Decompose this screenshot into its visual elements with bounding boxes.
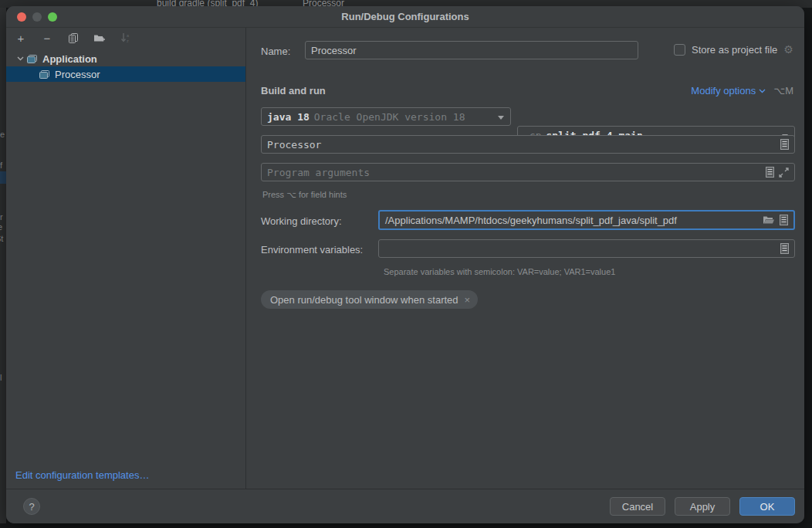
open-tool-window-tag[interactable]: Open run/debug tool window when started … [261,290,478,309]
background-text-fragment: St [0,234,3,243]
environment-variables-input[interactable] [378,239,795,258]
window-controls [17,12,57,22]
background-text-fragment: df [0,161,2,170]
new-folder-button[interactable] [93,31,107,45]
background-text-fragment: ne [0,130,5,139]
tree-group-label: Application [42,53,97,65]
close-window-button[interactable] [17,12,26,22]
insert-macros-icon[interactable] [766,167,774,178]
background-selection-fragment [0,171,6,184]
name-value: Processor [311,45,357,56]
chevron-down-icon[interactable] [14,56,26,61]
store-as-project-file-checkbox[interactable] [674,44,685,56]
working-directory-input[interactable]: /Applications/MAMP/htdocs/geekyhumans/sp… [378,210,795,230]
name-label: Name: [261,46,290,57]
build-and-run-section-title: Build and run [261,85,326,96]
jre-select[interactable]: java 18 Oracle OpenJDK version 18 [261,107,511,126]
remove-option-icon[interactable]: × [465,294,471,306]
name-input[interactable]: Processor [305,41,638,59]
working-directory-value: /Applications/MAMP/htdocs/geekyhumans/sp… [385,215,677,226]
main-class-value: Processor [267,139,321,151]
run-debug-configurations-dialog: Run/Debug Configurations + − [6,6,804,523]
dialog-title: Run/Debug Configurations [341,11,469,22]
field-hints-text: Press ⌥ for field hints [262,190,347,200]
ok-button[interactable]: OK [739,497,795,516]
copy-configuration-button[interactable] [66,31,80,45]
working-directory-label: Working directory: [261,215,342,227]
program-arguments-input[interactable]: Program arguments [261,163,795,181]
sidebar-toolbar: + − a [6,28,245,48]
application-type-icon [26,53,38,65]
modify-options-label: Modify options [691,85,756,96]
minimize-window-button[interactable] [32,12,42,22]
jre-version: java 18 [267,111,310,123]
modify-options-link[interactable]: Modify options [691,85,766,96]
background-text-fragment: te [0,222,2,232]
environment-variables-hint: Separate variables with semicolon: VAR=v… [384,267,615,276]
insert-macros-icon[interactable] [780,215,788,225]
insert-macros-icon[interactable] [780,139,789,150]
tree-item-processor[interactable]: Processor [6,66,245,82]
expand-field-icon[interactable] [779,168,789,178]
store-settings-gear-icon[interactable]: ⚙ [783,43,793,56]
modify-options-row: Modify options ⌥M [691,85,793,96]
footer-buttons: Cancel Apply OK [610,497,795,516]
background-window-left-strip: ne df or te St ol [0,8,6,523]
tree-item-label: Processor [55,69,100,80]
browse-folder-icon[interactable] [763,215,775,225]
configurations-tree: Application Processor [6,51,245,82]
program-arguments-placeholder: Program arguments [267,167,370,178]
apply-button[interactable]: Apply [675,497,730,516]
configurations-sidebar: + − a [6,28,246,489]
store-as-project-file-row: Store as project file ⚙ [674,43,793,56]
edit-variables-icon[interactable] [780,243,789,254]
help-button[interactable]: ? [23,498,40,515]
sort-configurations-button[interactable]: a z [119,31,133,45]
background-text-fragment: or [0,212,3,222]
edit-configuration-templates-link[interactable]: Edit configuration templates… [15,469,149,481]
modify-options-shortcut: ⌥M [773,85,793,96]
dialog-footer: ? Cancel Apply OK [6,489,804,523]
svg-text:a: a [127,33,130,38]
svg-text:z: z [127,39,129,43]
dialog-titlebar: Run/Debug Configurations [6,6,804,28]
zoom-window-button[interactable] [48,12,57,22]
environment-variables-label: Environment variables: [261,244,363,256]
store-as-project-file-label: Store as project file [692,44,777,56]
tree-group-application[interactable]: Application [6,51,245,66]
add-configuration-button[interactable]: + [14,31,28,45]
remove-configuration-button[interactable]: − [40,31,54,45]
open-tool-window-tag-label: Open run/debug tool window when started [270,294,458,306]
background-text-fragment: ol [0,373,2,382]
chevron-down-icon [759,89,766,93]
cancel-button[interactable]: Cancel [610,497,665,516]
application-type-icon [39,69,50,80]
jre-vendor: Oracle OpenJDK version 18 [314,111,465,123]
dropdown-arrow-icon [498,116,504,120]
main-class-input[interactable]: Processor [261,135,795,154]
